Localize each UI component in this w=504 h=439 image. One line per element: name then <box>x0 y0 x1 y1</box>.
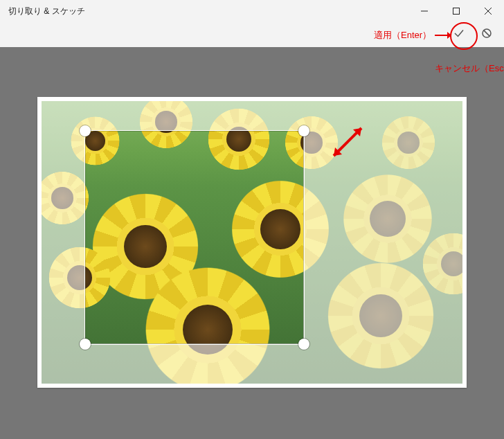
canvas-area <box>0 47 504 439</box>
cancel-crop-button[interactable] <box>475 23 498 46</box>
window-title: 切り取り & スケッチ <box>0 6 85 17</box>
crop-dim-right <box>303 130 462 343</box>
crop-rectangle[interactable] <box>84 130 305 345</box>
crop-dim-left <box>42 130 84 343</box>
image[interactable] <box>42 101 462 384</box>
crop-dim-top <box>42 101 462 130</box>
image-frame <box>37 97 467 388</box>
svg-rect-0 <box>453 8 460 15</box>
title-bar: 切り取り & スケッチ <box>0 0 504 22</box>
toolbar <box>0 22 504 48</box>
minimize-button[interactable] <box>408 0 440 22</box>
crop-handle-tr[interactable] <box>298 125 309 136</box>
close-button[interactable] <box>472 0 504 22</box>
crop-handle-tl[interactable] <box>80 125 91 136</box>
maximize-button[interactable] <box>440 0 472 22</box>
check-icon <box>453 27 465 42</box>
crop-handle-bl[interactable] <box>80 339 91 350</box>
apply-crop-button[interactable] <box>447 23 471 46</box>
crop-handle-br[interactable] <box>298 339 309 350</box>
cancel-icon <box>480 27 493 42</box>
crop-dim-bottom <box>42 343 462 384</box>
